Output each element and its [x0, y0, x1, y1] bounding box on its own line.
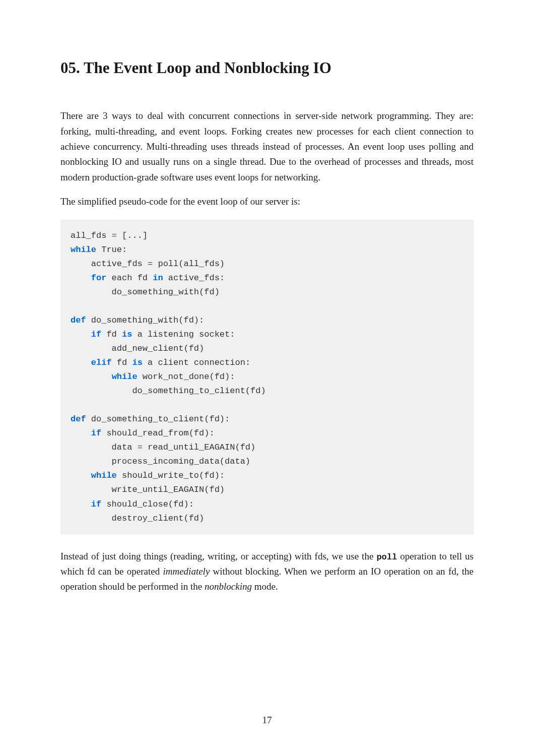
code-text: fd [112, 358, 132, 367]
code-keyword: if [91, 428, 101, 438]
code-keyword: if [91, 499, 101, 509]
code-text: poll(all_fds) [153, 259, 225, 269]
code-text: all_fds [71, 231, 112, 240]
code-text [71, 358, 91, 367]
text-span: Instead of just doing things (reading, w… [60, 551, 376, 561]
code-text: add_new_client(fd) [71, 344, 204, 353]
code-text: do_something_with(fd): [86, 316, 205, 325]
code-text: do_something_to_client(fd) [71, 386, 266, 396]
code-text: a listening socket: [132, 330, 235, 339]
code-keyword: is [122, 330, 132, 339]
code-text: True: [96, 245, 127, 255]
code-text: [...] [117, 231, 148, 240]
code-keyword: def [71, 414, 86, 424]
code-text: should_write_to(fd): [117, 471, 225, 480]
italic-nonblocking: nonblocking [205, 581, 252, 592]
code-keyword: while [91, 471, 117, 480]
code-text: a client connection: [143, 358, 250, 367]
paragraph-pseudo-intro: The simplified pseudo-code for the event… [60, 194, 474, 209]
code-text: active_fds: [163, 273, 225, 283]
code-text: data [71, 443, 138, 452]
code-keyword: while [71, 245, 96, 255]
code-text: work_not_done(fd): [138, 372, 235, 382]
code-block-event-loop: all_fds = [...] while True: active_fds =… [60, 220, 474, 535]
code-text: write_until_EAGAIN(fd) [71, 485, 225, 494]
page-number: 17 [0, 715, 534, 726]
code-text [71, 273, 91, 283]
paragraph-poll-explanation: Instead of just doing things (reading, w… [60, 549, 474, 595]
code-text: fd [101, 330, 122, 339]
code-keyword: while [112, 372, 138, 382]
inline-code-poll: poll [376, 552, 397, 562]
paragraph-intro: There are 3 ways to deal with concurrent… [60, 108, 474, 185]
italic-immediately: immediately [163, 566, 210, 577]
code-text: active_fds [71, 259, 148, 269]
code-operator: = [148, 259, 153, 269]
code-keyword: if [91, 330, 101, 339]
code-text: destroy_client(fd) [71, 514, 204, 523]
chapter-title: 05. The Event Loop and Nonblocking IO [60, 58, 474, 78]
code-text: process_incoming_data(data) [71, 457, 250, 466]
code-keyword: in [153, 273, 163, 283]
code-keyword: is [132, 358, 142, 367]
code-operator: = [138, 443, 143, 452]
code-operator: = [112, 231, 117, 240]
code-text: read_until_EAGAIN(fd) [143, 443, 255, 452]
code-keyword: def [71, 316, 86, 325]
code-text: do_something_with(fd) [71, 287, 220, 297]
code-text [71, 330, 91, 339]
code-keyword: for [91, 273, 107, 283]
code-text: should_read_from(fd): [101, 428, 214, 438]
code-text [71, 428, 91, 438]
code-keyword: elif [91, 358, 112, 367]
code-text: each fd [106, 273, 153, 283]
code-text [71, 372, 112, 382]
code-text: do_something_to_client(fd): [86, 414, 230, 424]
text-span: mode. [252, 581, 278, 592]
code-text [71, 499, 91, 509]
code-text: should_close(fd): [101, 499, 194, 509]
code-text [71, 471, 91, 480]
